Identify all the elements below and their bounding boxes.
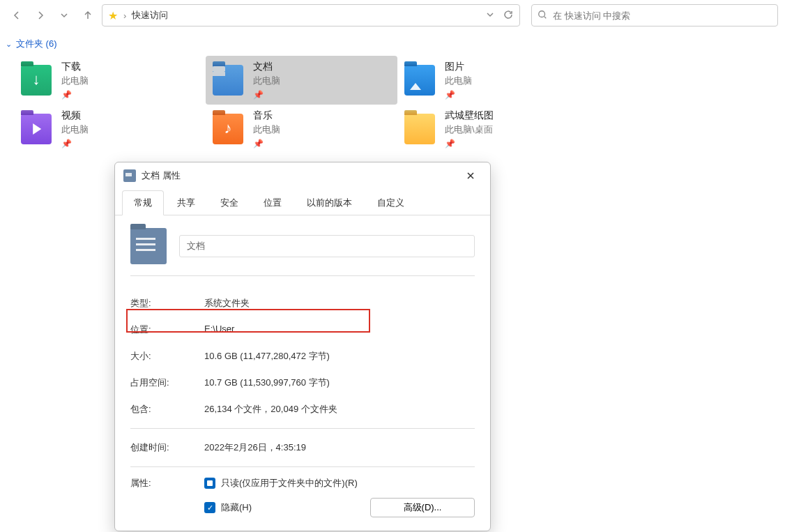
folder-name: 下载 xyxy=(61,61,89,73)
address-dropdown-icon[interactable] xyxy=(486,10,494,21)
pin-icon: 📌 xyxy=(61,139,89,149)
hidden-label: 隐藏(H) xyxy=(221,501,252,514)
location-value: E:\User xyxy=(204,324,475,336)
created-label: 创建时间: xyxy=(130,441,204,454)
folder-location: 此电脑 xyxy=(253,75,280,87)
folder-name-input[interactable] xyxy=(179,235,475,257)
readonly-checkbox[interactable] xyxy=(204,478,215,489)
quick-access-star-icon: ★ xyxy=(108,9,118,22)
dialog-body: 类型:系统文件夹 位置: E:\User 大小:10.6 GB (11,477,… xyxy=(115,215,490,529)
folder-icon xyxy=(21,114,52,144)
pin-icon: 📌 xyxy=(253,90,280,100)
section-label: 文件夹 (6) xyxy=(16,38,57,50)
folder-item[interactable]: 武城壁纸图 此电脑\桌面 📌 xyxy=(397,105,589,153)
refresh-icon[interactable] xyxy=(503,9,514,22)
contains-label: 包含: xyxy=(130,403,204,416)
folder-name: 音乐 xyxy=(253,109,280,122)
size-on-disk-value: 10.7 GB (11,530,997,760 字节) xyxy=(204,377,475,389)
folder-meta: 下载 此电脑 📌 xyxy=(61,61,89,100)
chevron-down-icon: ⌄ xyxy=(6,40,12,49)
folder-meta: 视频 此电脑 📌 xyxy=(61,109,89,149)
folder-item[interactable]: 下载 此电脑 📌 xyxy=(14,56,206,105)
folder-icon xyxy=(213,114,243,144)
folder-location: 此电脑 xyxy=(61,75,89,87)
size-value: 10.6 GB (11,477,280,472 字节) xyxy=(204,350,475,363)
tab-位置[interactable]: 位置 xyxy=(252,190,294,215)
advanced-button[interactable]: 高级(D)... xyxy=(370,498,475,517)
tab-常规[interactable]: 常规 xyxy=(122,190,164,215)
folders-section-header[interactable]: ⌄ 文件夹 (6) xyxy=(0,31,785,53)
folder-icon xyxy=(404,65,435,96)
tab-安全[interactable]: 安全 xyxy=(208,190,250,215)
breadcrumb-separator: › xyxy=(123,10,126,21)
nav-up-button[interactable] xyxy=(78,6,98,25)
name-row xyxy=(130,228,475,276)
folder-item[interactable]: 音乐 此电脑 📌 xyxy=(206,105,397,153)
dialog-titlebar[interactable]: 文档 属性 xyxy=(115,162,490,189)
address-bar[interactable]: ★ › 快速访问 xyxy=(102,4,520,26)
nav-recent-dropdown[interactable] xyxy=(54,6,74,25)
properties-dialog: 文档 属性 常规共享安全位置以前的版本自定义 类型:系统文件夹 位置: E:\U… xyxy=(114,162,491,531)
folder-name: 武城壁纸图 xyxy=(445,109,494,122)
attributes-label: 属性: xyxy=(130,477,204,489)
folder-icon xyxy=(21,65,52,96)
dialog-title-text: 文档 属性 xyxy=(142,169,181,182)
search-icon xyxy=(538,10,547,22)
size-label: 大小: xyxy=(130,350,204,363)
svg-point-0 xyxy=(539,10,545,17)
folder-location: 此电脑 xyxy=(253,123,280,136)
folder-item[interactable]: 视频 此电脑 📌 xyxy=(14,105,206,153)
folder-icon xyxy=(123,169,136,182)
breadcrumb-path[interactable]: 快速访问 xyxy=(132,9,168,22)
nav-back-button[interactable] xyxy=(7,6,26,25)
folder-item[interactable]: 图片 此电脑 📌 xyxy=(397,56,589,105)
pin-icon: 📌 xyxy=(253,139,280,149)
location-label: 位置: xyxy=(130,324,204,336)
type-value: 系统文件夹 xyxy=(204,297,475,310)
folder-meta: 文档 此电脑 📌 xyxy=(253,61,280,100)
close-button[interactable] xyxy=(459,166,482,185)
explorer-topbar: ★ › 快速访问 xyxy=(0,0,785,31)
folder-name: 图片 xyxy=(445,61,472,73)
folders-grid: 下载 此电脑 📌 文档 此电脑 📌 图片 此电脑 📌 视频 此电脑 📌 音乐 此… xyxy=(0,53,785,153)
pin-icon: 📌 xyxy=(445,90,472,100)
folder-item[interactable]: 文档 此电脑 📌 xyxy=(206,56,397,105)
created-value: 2022年2月26日，4:35:19 xyxy=(204,441,475,454)
pin-icon: 📌 xyxy=(61,90,89,100)
tab-以前的版本[interactable]: 以前的版本 xyxy=(295,190,364,215)
contains-value: 26,134 个文件，20,049 个文件夹 xyxy=(204,403,475,416)
folder-meta: 武城壁纸图 此电脑\桌面 📌 xyxy=(445,109,494,149)
size-on-disk-label: 占用空间: xyxy=(130,377,204,389)
type-label: 类型: xyxy=(130,297,204,310)
nav-forward-button[interactable] xyxy=(31,6,50,25)
hidden-checkbox[interactable] xyxy=(204,502,215,513)
tab-自定义[interactable]: 自定义 xyxy=(365,190,416,215)
folder-location: 此电脑 xyxy=(61,123,89,136)
search-input[interactable] xyxy=(553,10,772,21)
search-bar[interactable] xyxy=(531,4,778,26)
dialog-tabs: 常规共享安全位置以前的版本自定义 xyxy=(115,189,490,215)
pin-icon: 📌 xyxy=(445,139,494,149)
folder-name: 文档 xyxy=(253,61,280,73)
tab-共享[interactable]: 共享 xyxy=(165,190,207,215)
documents-folder-icon xyxy=(130,228,167,264)
folder-icon xyxy=(404,114,435,144)
readonly-label: 只读(仅应用于文件夹中的文件)(R) xyxy=(221,477,358,489)
folder-location: 此电脑 xyxy=(445,75,472,87)
folder-name: 视频 xyxy=(61,109,89,122)
properties-list: 类型:系统文件夹 位置: E:\User 大小:10.6 GB (11,477,… xyxy=(130,290,475,522)
folder-icon xyxy=(213,65,243,96)
folder-location: 此电脑\桌面 xyxy=(445,123,494,136)
folder-meta: 图片 此电脑 📌 xyxy=(445,61,472,100)
folder-meta: 音乐 此电脑 📌 xyxy=(253,109,280,149)
